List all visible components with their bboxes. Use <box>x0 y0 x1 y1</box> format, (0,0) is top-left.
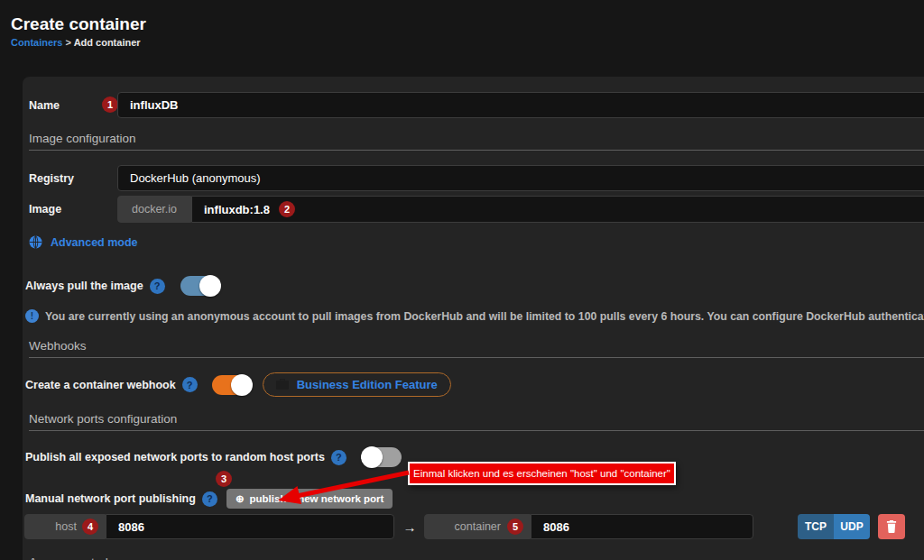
always-pull-row: Always pull the image ? <box>25 275 220 297</box>
help-icon[interactable]: ? <box>182 377 198 392</box>
globe-icon <box>29 235 42 249</box>
breadcrumb: Containers > Add container <box>11 37 141 48</box>
remove-port-button[interactable] <box>878 514 905 539</box>
webhooks-section-header: Webhooks <box>29 339 924 358</box>
access-control-section-header: Access control <box>29 555 108 560</box>
webhook-label: Create a container webhook <box>25 379 176 391</box>
create-container-form-panel: Name 1 Image configuration Registry Imag… <box>23 77 924 560</box>
container-port-addon-label: container <box>455 520 501 533</box>
annotation-badge-3: 3 <box>216 471 232 487</box>
business-edition-badge: Business Edition Feature <box>263 372 451 397</box>
webhook-toggle[interactable] <box>212 375 252 395</box>
annotation-arrow <box>264 463 418 510</box>
network-ports-section-header: Network ports configuration <box>29 412 924 431</box>
page-title: Create container <box>11 14 146 34</box>
breadcrumb-current: Add container <box>74 37 141 48</box>
host-port-addon: host 4 <box>24 514 106 539</box>
help-icon[interactable]: ? <box>202 491 217 507</box>
webhook-row: Create a container webhook ? Business Ed… <box>25 372 451 397</box>
annotation-badge-2: 2 <box>279 201 295 217</box>
registry-select[interactable] <box>117 165 924 191</box>
annotation-badge-5: 5 <box>507 519 523 535</box>
port-map-arrow-icon: → <box>402 519 418 535</box>
name-label: Name <box>29 99 60 112</box>
advanced-mode-label: Advanced mode <box>51 236 138 249</box>
image-value: influxdb:1.8 <box>204 203 270 216</box>
port-mapping-row: host 4 → container 5 TCP UDP <box>24 514 905 539</box>
help-icon[interactable]: ? <box>150 279 165 294</box>
pull-limit-text: You are currently using an anonymous acc… <box>45 310 924 323</box>
annotation-badge-1: 1 <box>102 96 118 113</box>
image-label: Image <box>29 203 61 216</box>
plus-icon: ⊕ <box>236 492 245 505</box>
publish-all-label: Publish all exposed network ports to ran… <box>25 451 325 464</box>
image-input[interactable]: influxdb:1.8 2 <box>191 196 924 223</box>
registry-label: Registry <box>29 172 74 185</box>
image-registry-prefix: docker.io <box>117 196 191 223</box>
business-edition-label: Business Edition Feature <box>297 378 438 391</box>
always-pull-label: Always pull the image <box>25 280 143 292</box>
always-pull-toggle[interactable] <box>180 276 220 296</box>
annotation-callout: Einmal klicken und es erscheinen "host" … <box>408 462 676 485</box>
breadcrumb-separator: > <box>66 37 71 48</box>
host-port-input[interactable] <box>106 514 394 539</box>
advanced-mode-link[interactable]: Advanced mode <box>29 235 138 249</box>
info-icon: ! <box>25 309 39 323</box>
container-port-input[interactable] <box>531 514 753 539</box>
annotation-badge-4: 4 <box>82 519 98 535</box>
briefcase-icon <box>276 379 289 390</box>
trash-icon <box>886 520 897 533</box>
breadcrumb-containers-link[interactable]: Containers <box>11 37 62 48</box>
host-port-addon-label: host <box>55 520 77 533</box>
container-port-addon: container 5 <box>424 514 531 539</box>
udp-button[interactable]: UDP <box>834 514 870 539</box>
image-configuration-section-header: Image configuration <box>29 132 924 151</box>
manual-publish-label: Manual network port publishing <box>25 492 196 505</box>
pull-limit-info: ! You are currently using an anonymous a… <box>25 309 924 323</box>
tcp-button[interactable]: TCP <box>798 514 834 539</box>
name-input[interactable] <box>117 92 924 118</box>
